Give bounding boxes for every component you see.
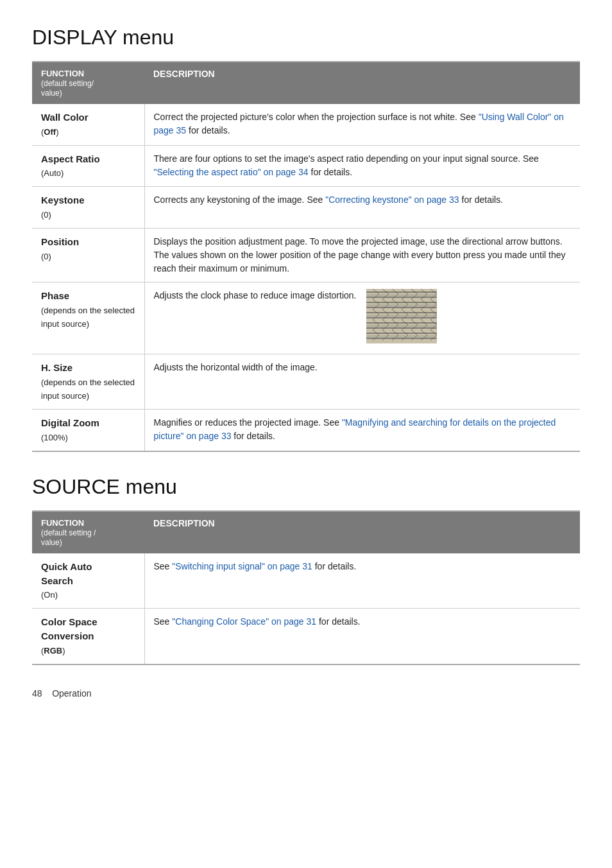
svg-rect-11 <box>366 294 437 297</box>
display-menu-title: DISPLAY menu <box>32 26 580 49</box>
desc-keystone: Corrects any keystoning of the image. Se… <box>144 187 580 229</box>
link-quick-auto-search[interactable]: "Switching input signal" on page 31 <box>172 561 312 571</box>
func-position: Position(0) <box>32 228 144 282</box>
display-header-description: DESCRIPTION <box>144 62 580 104</box>
table-row: Keystone(0) Corrects any keystoning of t… <box>32 187 580 229</box>
section-label: Operation <box>52 688 91 699</box>
func-keystone: Keystone(0) <box>32 187 144 229</box>
table-row: H. Size(depends on the selected input so… <box>32 354 580 409</box>
page-number: 48 <box>32 688 42 699</box>
func-aspect-ratio: Aspect Ratio(Auto) <box>32 145 144 187</box>
source-menu-title: SOURCE menu <box>32 475 580 499</box>
phase-description-text: Adjusts the clock phase to reduce image … <box>154 289 357 302</box>
desc-wall-color: Correct the projected picture's color wh… <box>144 104 580 145</box>
table-row: Color SpaceConversion(RGB) See "Changing… <box>32 609 580 664</box>
footer: 48 Operation <box>32 688 580 699</box>
func-color-space: Color SpaceConversion(RGB) <box>32 609 144 664</box>
link-digital-zoom[interactable]: "Magnifying and searching for details on… <box>154 417 556 441</box>
svg-rect-14 <box>366 325 437 328</box>
table-row: Phase(depends on the selected input sour… <box>32 282 580 354</box>
table-row: Aspect Ratio(Auto) There are four option… <box>32 145 580 187</box>
desc-phase: Adjusts the clock phase to reduce image … <box>144 282 580 354</box>
phase-distortion-image <box>366 289 437 347</box>
desc-hsize: Adjusts the horizontal width of the imag… <box>144 354 580 409</box>
svg-rect-13 <box>366 315 437 318</box>
svg-rect-15 <box>366 335 437 338</box>
table-row: Wall Color(Off) Correct the projected pi… <box>32 104 580 145</box>
source-header-description: DESCRIPTION <box>144 511 580 553</box>
link-wall-color[interactable]: "Using Wall Color" on page 35 <box>154 112 564 135</box>
display-menu-table: FUNCTION (default setting/value) DESCRIP… <box>32 61 580 452</box>
source-menu-table: FUNCTION (default setting /value) DESCRI… <box>32 510 580 665</box>
desc-digital-zoom: Magnifies or reduces the projected image… <box>144 410 580 451</box>
desc-position: Displays the position adjustment page. T… <box>144 228 580 282</box>
svg-rect-12 <box>366 304 437 308</box>
link-color-space[interactable]: "Changing Color Space" on page 31 <box>172 616 316 627</box>
table-row: Position(0) Displays the position adjust… <box>32 228 580 282</box>
link-aspect-ratio[interactable]: "Selecting the aspect ratio" on page 34 <box>154 167 309 177</box>
display-header-function: FUNCTION (default setting/value) <box>32 62 144 104</box>
func-phase: Phase(depends on the selected input sour… <box>32 282 144 354</box>
table-row: Digital Zoom(100%) Magnifies or reduces … <box>32 410 580 451</box>
func-hsize: H. Size(depends on the selected input so… <box>32 354 144 409</box>
link-keystone[interactable]: "Correcting keystone" on page 33 <box>325 195 459 205</box>
table-row: Quick AutoSearch(On) See "Switching inpu… <box>32 553 580 609</box>
source-header-function: FUNCTION (default setting /value) <box>32 511 144 553</box>
desc-color-space: See "Changing Color Space" on page 31 fo… <box>144 609 580 664</box>
func-digital-zoom: Digital Zoom(100%) <box>32 410 144 451</box>
func-wall-color: Wall Color(Off) <box>32 104 144 145</box>
desc-quick-auto-search: See "Switching input signal" on page 31 … <box>144 553 580 609</box>
desc-aspect-ratio: There are four options to set the image'… <box>144 145 580 187</box>
func-quick-auto-search: Quick AutoSearch(On) <box>32 553 144 609</box>
